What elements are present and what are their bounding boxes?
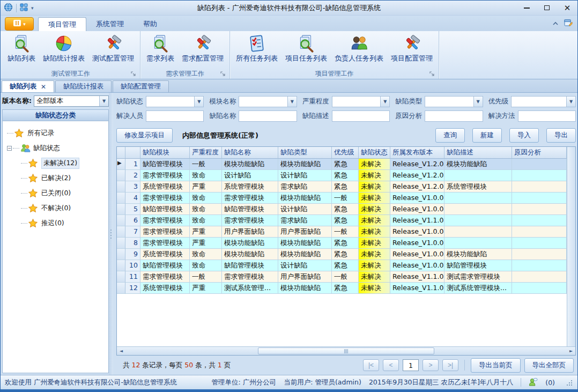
horizontal-scrollbar[interactable]: ◄ ► xyxy=(117,346,575,355)
ribbon-button[interactable]: 所有任务列表 xyxy=(232,32,281,65)
tree-expander-icon[interactable]: − xyxy=(7,146,12,151)
action-button[interactable]: 导入 xyxy=(509,128,539,143)
tree-item[interactable]: −缺陷状态 xyxy=(7,140,107,156)
grid-cell-severity[interactable]: 一般 xyxy=(190,271,222,283)
column-header[interactable]: 缺陷类型 xyxy=(278,147,332,159)
tree-item[interactable]: 已关闭(0) xyxy=(7,186,107,201)
grid-cell-cause[interactable] xyxy=(512,181,567,193)
row-number[interactable]: 5 xyxy=(125,204,140,215)
grid-cell-severity[interactable]: 严重 xyxy=(190,238,222,249)
grid-cell-cause[interactable] xyxy=(512,260,567,271)
grid-cell-name[interactable]: 用户界面缺陷 xyxy=(222,226,278,238)
grid-cell-module[interactable]: 需求管理模块 xyxy=(140,215,190,226)
ribbon-tab[interactable]: 帮助 xyxy=(134,17,167,31)
grid-cell-status[interactable]: 未解决 xyxy=(359,238,390,249)
row-number[interactable]: 8 xyxy=(125,238,140,249)
ribbon-button[interactable]: 项目配置管理 xyxy=(387,32,436,65)
chevron-down-icon[interactable]: ▼ xyxy=(566,97,575,107)
grid-cell-cause[interactable] xyxy=(512,283,567,294)
grid-cell-cause[interactable] xyxy=(512,249,567,260)
grid-cell-severity[interactable]: 致命 xyxy=(190,204,222,215)
row-indicator[interactable] xyxy=(117,271,125,283)
grid-cell-priority[interactable]: 一般 xyxy=(332,226,359,238)
grid-cell-priority[interactable]: 紧急 xyxy=(332,238,359,249)
action-button[interactable]: 查询 xyxy=(435,128,465,143)
grid-cell-release[interactable]: Release_V1.1.0 xyxy=(390,271,444,283)
chevron-down-icon[interactable]: ▼ xyxy=(194,97,203,107)
grid-cell-cause[interactable] xyxy=(512,159,567,170)
row-number[interactable]: 2 xyxy=(125,170,140,181)
grid-cell-type[interactable]: 设计缺陷 xyxy=(278,260,332,271)
close-button[interactable]: ✕ xyxy=(557,2,577,14)
grid-cell-release[interactable]: Release_V1.0.0 xyxy=(390,204,444,215)
ribbon-button[interactable]: 测试配置管理 xyxy=(88,32,138,65)
dialog-launcher-icon[interactable] xyxy=(220,71,226,77)
column-header[interactable]: 缺陷名称 xyxy=(222,147,278,159)
grid-cell-module[interactable]: 系统管理模块 xyxy=(140,181,190,193)
tree-item[interactable]: 未解决(12) xyxy=(7,156,107,171)
column-header[interactable] xyxy=(125,147,140,159)
grid-cell-priority[interactable]: 紧急 xyxy=(332,204,359,215)
table-row[interactable]: 6需求管理模块致命需求管理模块需求缺陷紧急未解决Release_V1.1.0 xyxy=(117,215,567,226)
grid-cell-priority[interactable]: 一般 xyxy=(332,193,359,204)
row-indicator[interactable] xyxy=(117,181,125,193)
table-row[interactable]: 7需求管理模块严重用户界面缺陷用户界面缺陷一般未解决Release_V1.0.0 xyxy=(117,226,567,238)
grid-cell-module[interactable]: 缺陷管理模块 xyxy=(140,260,190,271)
grid-cell-severity[interactable]: 致命 xyxy=(190,170,222,181)
person-bubble-icon[interactable] xyxy=(529,378,538,388)
column-header[interactable]: 严重程度 xyxy=(190,147,222,159)
chevron-down-icon[interactable]: ▼ xyxy=(380,97,389,107)
grid-cell-severity[interactable]: 致命 xyxy=(190,215,222,226)
grid-cell-cause[interactable] xyxy=(512,170,567,181)
application-menu-button[interactable]: ▾ xyxy=(5,17,34,31)
grid-cell-name[interactable]: 模块功能缺陷 xyxy=(222,159,278,170)
grid-cell-release[interactable]: Release_V1.1.0 xyxy=(390,283,444,294)
grid-cell-desc[interactable]: 系统管理模块 xyxy=(444,181,512,193)
row-indicator[interactable]: ▶ xyxy=(117,159,125,170)
grid-cell-name[interactable]: 系统管理模块 xyxy=(222,181,278,193)
row-number[interactable]: 9 xyxy=(125,249,140,260)
grid-cell-status[interactable]: 未解决 xyxy=(359,159,390,170)
next-page-button[interactable]: > xyxy=(423,359,439,371)
grid-cell-status[interactable]: 未解决 xyxy=(359,215,390,226)
grid-cell-release[interactable]: Release_V1.2.0 xyxy=(390,159,444,170)
grid-cell-module[interactable]: 需求管理模块 xyxy=(140,238,190,249)
grid-cell-name[interactable]: 模块功能缺陷 xyxy=(222,238,278,249)
grid-cell-release[interactable]: Release_V1.1.0 xyxy=(390,215,444,226)
scrollbar-thumb[interactable] xyxy=(258,347,434,354)
table-row[interactable]: 12系统管理模块严重测试系统管理...模块功能缺陷紧急未解决Release_V1… xyxy=(117,283,567,294)
filter-input[interactable] xyxy=(425,110,483,122)
filter-input[interactable] xyxy=(332,110,390,122)
ribbon-button[interactable]: 负责人任务列表 xyxy=(331,32,387,65)
document-tab[interactable]: 缺陷统计报表 xyxy=(55,80,112,92)
ribbon-button[interactable]: 需求列表 xyxy=(143,32,178,65)
grid-cell-severity[interactable]: 致命 xyxy=(190,249,222,260)
ribbon-tab[interactable]: 系统管理 xyxy=(86,17,134,31)
grid-cell-name[interactable]: 缺陷管理模块 xyxy=(222,260,278,271)
collapse-ribbon-icon[interactable] xyxy=(552,21,559,26)
ribbon-button[interactable]: 缺陷列表 xyxy=(4,32,39,65)
row-indicator[interactable] xyxy=(117,215,125,226)
row-number[interactable]: 6 xyxy=(125,215,140,226)
tree-item[interactable]: 不解决(0) xyxy=(7,201,107,216)
grid-cell-release[interactable]: Release_V1.2.0 xyxy=(390,170,444,181)
grid-cell-name[interactable]: 需求管理模块 xyxy=(222,193,278,204)
first-page-button[interactable]: |< xyxy=(363,359,379,371)
grid-cell-desc[interactable] xyxy=(444,226,512,238)
grid-cell-status[interactable]: 未解决 xyxy=(359,181,390,193)
apps-grid-icon[interactable] xyxy=(20,3,28,13)
ribbon-button[interactable]: 项目任务列表 xyxy=(281,32,331,65)
ribbon-button[interactable]: 缺陷统计报表 xyxy=(39,32,88,65)
grid-cell-name[interactable]: 测试系统管理... xyxy=(222,283,278,294)
grid-cell-severity[interactable]: 严重 xyxy=(190,226,222,238)
row-indicator[interactable] xyxy=(117,170,125,181)
table-row[interactable]: 3系统管理模块严重系统管理模块需求缺陷紧急未解决Release_V1.2.0系统… xyxy=(117,181,567,193)
grid-cell-release[interactable]: Release_V1.0.0 xyxy=(390,226,444,238)
row-indicator[interactable] xyxy=(117,204,125,215)
grid-cell-desc[interactable]: 缺陷管理模块 xyxy=(444,260,512,271)
grid-cell-type[interactable]: 模块功能缺陷 xyxy=(278,193,332,204)
grid-cell-desc[interactable]: 模块功能缺陷 xyxy=(444,249,512,260)
table-row[interactable]: 5缺陷管理模块致命缺陷管理模块设计缺陷紧急未解决Release_V1.0.0 xyxy=(117,204,567,215)
chevron-down-icon[interactable]: ▼ xyxy=(287,97,297,107)
grid-cell-name[interactable]: 模块功能缺陷 xyxy=(222,249,278,260)
